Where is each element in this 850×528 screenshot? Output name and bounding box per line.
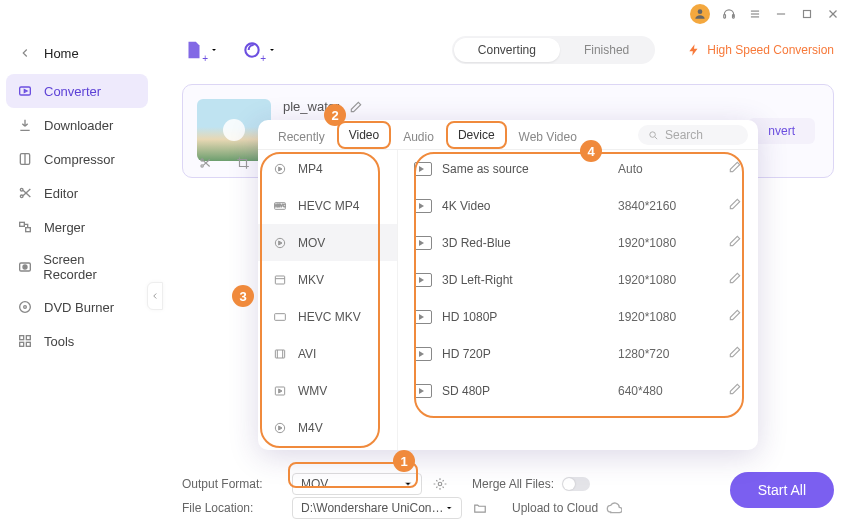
sidebar-item-editor[interactable]: Editor bbox=[6, 176, 148, 210]
format-icon bbox=[272, 161, 288, 177]
sidebar-item-label: Merger bbox=[44, 220, 85, 235]
svg-line-16 bbox=[23, 190, 30, 197]
sidebar-item-compressor[interactable]: Compressor bbox=[6, 142, 148, 176]
compress-icon bbox=[16, 150, 34, 168]
preset-thumb-icon bbox=[414, 199, 432, 213]
svg-point-14 bbox=[20, 188, 23, 191]
preset-name: 4K Video bbox=[442, 199, 491, 213]
search-placeholder: Search bbox=[665, 128, 703, 142]
status-segment: Converting Finished bbox=[452, 36, 655, 64]
preset-row[interactable]: SD 480P640*480 bbox=[398, 372, 758, 409]
edit-preset-icon[interactable] bbox=[728, 234, 742, 251]
tab-video[interactable]: Video bbox=[337, 121, 391, 149]
svg-rect-25 bbox=[26, 336, 30, 340]
sidebar-item-merger[interactable]: Merger bbox=[6, 210, 148, 244]
format-item-wmv[interactable]: WMV bbox=[258, 372, 397, 409]
user-avatar-icon[interactable] bbox=[690, 4, 710, 24]
preset-row[interactable]: HD 720P1280*720 bbox=[398, 335, 758, 372]
tab-finished[interactable]: Finished bbox=[560, 38, 653, 62]
format-item-mov[interactable]: MOV bbox=[258, 224, 397, 261]
convert-button[interactable]: nvert bbox=[748, 118, 815, 144]
add-file-icon[interactable]: + bbox=[182, 38, 206, 62]
titlebar bbox=[0, 0, 850, 28]
tab-recently[interactable]: Recently bbox=[268, 125, 335, 149]
sidebar-item-converter[interactable]: Converter bbox=[6, 74, 148, 108]
chevron-down-icon bbox=[445, 503, 453, 513]
headset-icon[interactable] bbox=[722, 7, 736, 21]
svg-point-21 bbox=[23, 265, 27, 269]
preset-row[interactable]: Same as sourceAuto bbox=[398, 150, 758, 187]
preset-name: HD 720P bbox=[442, 347, 491, 361]
format-icon bbox=[272, 272, 288, 288]
preset-row[interactable]: HD 1080P1920*1080 bbox=[398, 298, 758, 335]
edit-preset-icon[interactable] bbox=[728, 382, 742, 399]
format-icon bbox=[272, 309, 288, 325]
sidebar-item-label: Converter bbox=[44, 84, 101, 99]
minimize-icon[interactable] bbox=[774, 7, 788, 21]
file-location-dropdown[interactable]: D:\Wondershare UniConverter 1 bbox=[292, 497, 462, 519]
tab-device[interactable]: Device bbox=[446, 121, 507, 149]
format-item-hevc-mp4[interactable]: HEVCHEVC MP4 bbox=[258, 187, 397, 224]
preset-row[interactable]: 3D Red-Blue1920*1080 bbox=[398, 224, 758, 261]
format-search[interactable]: Search bbox=[638, 125, 748, 145]
cloud-icon[interactable] bbox=[606, 500, 622, 516]
format-item-mkv[interactable]: MKV bbox=[258, 261, 397, 298]
crop-icon[interactable] bbox=[235, 155, 251, 171]
edit-preset-icon[interactable] bbox=[728, 197, 742, 214]
back-home[interactable]: Home bbox=[6, 36, 148, 70]
edit-title-icon[interactable] bbox=[349, 100, 363, 114]
tab-web-video[interactable]: Web Video bbox=[509, 125, 587, 149]
grid-icon bbox=[16, 332, 34, 350]
close-icon[interactable] bbox=[826, 7, 840, 21]
high-speed-label: High Speed Conversion bbox=[707, 43, 834, 57]
tab-converting[interactable]: Converting bbox=[454, 38, 560, 62]
sidebar-item-label: Compressor bbox=[44, 152, 115, 167]
add-url-icon[interactable]: + bbox=[240, 38, 264, 62]
sidebar-item-tools[interactable]: Tools bbox=[6, 324, 148, 358]
edit-preset-icon[interactable] bbox=[728, 160, 742, 177]
edit-preset-icon[interactable] bbox=[728, 345, 742, 362]
merge-label: Merge All Files: bbox=[472, 477, 554, 491]
output-settings-icon[interactable] bbox=[432, 476, 448, 492]
svg-point-23 bbox=[24, 306, 27, 309]
open-folder-icon[interactable] bbox=[472, 500, 488, 516]
preset-row[interactable]: 4K Video3840*2160 bbox=[398, 187, 758, 224]
merge-all-toggle[interactable] bbox=[562, 477, 590, 491]
sidebar-item-label: Downloader bbox=[44, 118, 113, 133]
start-all-button[interactable]: Start All bbox=[730, 472, 834, 508]
svg-line-32 bbox=[203, 160, 209, 166]
file-location-label: File Location: bbox=[182, 501, 282, 515]
format-item-m4v[interactable]: M4V bbox=[258, 409, 397, 446]
format-item-avi[interactable]: AVI bbox=[258, 335, 397, 372]
preset-resolution: 640*480 bbox=[618, 384, 728, 398]
preset-row[interactable]: 3D Left-Right1920*1080 bbox=[398, 261, 758, 298]
preset-resolution: 1280*720 bbox=[618, 347, 728, 361]
high-speed-conversion[interactable]: High Speed Conversion bbox=[687, 43, 834, 57]
preset-resolution: 3840*2160 bbox=[618, 199, 728, 213]
output-format-dropdown[interactable]: MOV bbox=[292, 473, 422, 495]
format-item-mp4[interactable]: MP4 bbox=[258, 150, 397, 187]
svg-marker-49 bbox=[279, 389, 282, 393]
scissors-icon bbox=[16, 184, 34, 202]
preset-list: Same as sourceAuto4K Video3840*21603D Re… bbox=[398, 150, 758, 450]
svg-marker-51 bbox=[279, 426, 282, 430]
preset-resolution: 1920*1080 bbox=[618, 236, 728, 250]
format-icon: HEVC bbox=[272, 198, 288, 214]
svg-rect-42 bbox=[275, 276, 284, 284]
topbar: + + Converting Finished High Speed Conve… bbox=[182, 36, 834, 64]
sidebar-item-downloader[interactable]: Downloader bbox=[6, 108, 148, 142]
home-label: Home bbox=[44, 46, 79, 61]
tab-audio[interactable]: Audio bbox=[393, 125, 444, 149]
svg-point-29 bbox=[201, 159, 203, 161]
sidebar-item-screen-recorder[interactable]: Screen Recorder bbox=[6, 244, 148, 290]
sidebar-item-dvd-burner[interactable]: DVD Burner bbox=[6, 290, 148, 324]
output-format-label: Output Format: bbox=[182, 477, 282, 491]
svg-point-22 bbox=[20, 302, 31, 313]
menu-icon[interactable] bbox=[748, 7, 762, 21]
edit-preset-icon[interactable] bbox=[728, 308, 742, 325]
format-item-hevc-mkv[interactable]: HEVC MKV bbox=[258, 298, 397, 335]
trim-icon[interactable] bbox=[197, 155, 213, 171]
maximize-icon[interactable] bbox=[800, 7, 814, 21]
edit-preset-icon[interactable] bbox=[728, 271, 742, 288]
disc-icon bbox=[16, 298, 34, 316]
